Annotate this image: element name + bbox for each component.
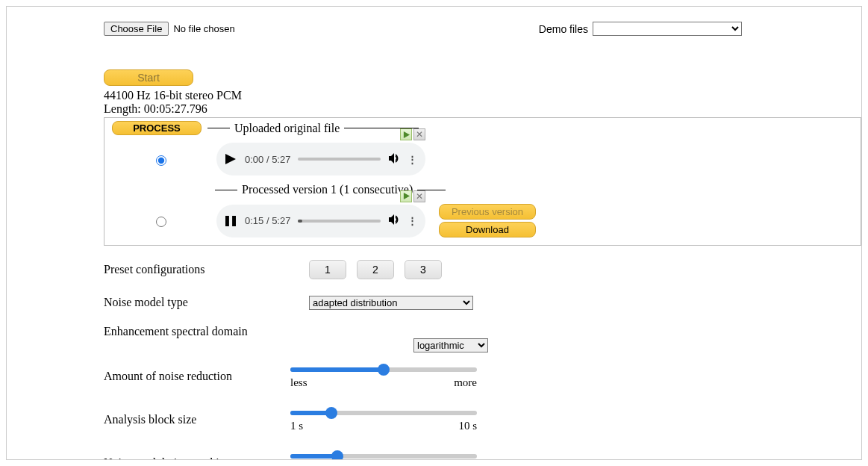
noise-model-row: Noise model type adapted distribution: [104, 286, 861, 319]
legend-processed-row: Processed version 1 (1 consecutive): [112, 183, 853, 196]
download-button[interactable]: Download: [439, 222, 536, 237]
block-size-slider[interactable]: 1 s 10 s: [290, 408, 477, 432]
mini-close-icon[interactable]: ✕: [413, 128, 425, 140]
mini-play-icon[interactable]: [400, 128, 412, 140]
top-bar: Choose File No file chosen Demo files: [7, 22, 861, 36]
svg-marker-6: [389, 214, 394, 225]
noise-reduction-slider[interactable]: less more: [290, 364, 477, 389]
play-icon[interactable]: [224, 154, 237, 164]
preset-row: Preset configurations 1 2 3: [104, 253, 861, 286]
spectral-select[interactable]: logarithmic: [413, 338, 488, 352]
player2-time: 0:15 / 5:27: [245, 215, 290, 226]
nr-left: less: [290, 376, 307, 389]
preset-label: Preset configurations: [104, 263, 309, 276]
bs-left: 1 s: [290, 420, 303, 432]
mini-buttons-original: ✕: [400, 128, 425, 140]
file-chooser: Choose File No file chosen: [104, 22, 235, 36]
noise-model-label: Noise model type: [104, 296, 309, 309]
previous-version-button[interactable]: Previous version: [439, 204, 536, 220]
svg-marker-2: [389, 153, 394, 164]
process-row: PROCESS Uploaded original file: [112, 121, 853, 135]
mini-buttons-processed: ✕: [400, 190, 425, 202]
noise-model-select[interactable]: adapted distribution: [309, 296, 473, 310]
bs-right: 10 s: [458, 420, 477, 432]
legend-original-label: Uploaded original file: [234, 122, 340, 135]
noise-reduction-label: Amount of noise reduction: [104, 370, 290, 383]
audio-row-original: ✕ 0:00 / 5:27 ⋮: [112, 143, 853, 175]
modulation-label: Noise modulation tracking: [104, 456, 290, 460]
preset-buttons: 1 2 3: [309, 260, 442, 279]
volume-icon[interactable]: [388, 214, 400, 228]
legend-processed-label: Processed version 1 (1 consecutive): [242, 183, 413, 196]
audio-player-processed[interactable]: ✕ 0:15 / 5:27 ⋮: [216, 205, 425, 237]
block-size-label: Analysis block size: [104, 413, 290, 426]
spectral-row: Enhancement spectral domain logarithmic: [104, 319, 861, 352]
start-area: Start: [7, 69, 861, 86]
config-area: Preset configurations 1 2 3 Noise model …: [7, 253, 861, 460]
player-menu-icon[interactable]: ⋮: [408, 215, 418, 226]
modulation-row: Noise modulation tracking slow fast: [104, 447, 861, 460]
svg-marker-1: [225, 154, 236, 164]
demo-files-label: Demo files: [539, 23, 588, 35]
nr-right: more: [454, 376, 477, 389]
player1-time: 0:00 / 5:27: [245, 154, 290, 165]
preset-3-button[interactable]: 3: [405, 260, 442, 279]
preset-2-button[interactable]: 2: [357, 260, 394, 279]
svg-rect-4: [225, 216, 229, 226]
modulation-slider[interactable]: slow fast: [290, 451, 477, 461]
start-button[interactable]: Start: [104, 69, 193, 86]
radio-processed[interactable]: [156, 217, 166, 227]
version-buttons: Previous version Download: [439, 204, 536, 237]
audio-row-processed: ✕ 0:15 / 5:27 ⋮ Previous version Downloa…: [112, 204, 853, 237]
pause-icon[interactable]: [224, 216, 237, 226]
svg-marker-3: [403, 193, 409, 199]
file-status: No file chosen: [173, 23, 234, 34]
audio-format: 44100 Hz 16-bit stereo PCM: [7, 89, 861, 102]
audio-player-original[interactable]: ✕ 0:00 / 5:27 ⋮: [216, 143, 425, 175]
audio-length: Length: 00:05:27.796: [7, 102, 861, 116]
spectral-label: Enhancement spectral domain: [104, 325, 309, 338]
block-size-row: Analysis block size 1 s 10 s: [104, 403, 861, 436]
app-container: Choose File No file chosen Demo files St…: [6, 6, 862, 460]
mini-close-icon[interactable]: ✕: [413, 190, 425, 202]
player1-progress[interactable]: [298, 158, 381, 161]
legend-original: Uploaded original file: [207, 122, 419, 135]
noise-reduction-row: Amount of noise reduction less more: [104, 360, 861, 393]
svg-rect-5: [232, 216, 236, 226]
demo-files-group: Demo files: [539, 22, 742, 36]
player-panel: PROCESS Uploaded original file ✕ 0:00 / …: [104, 117, 861, 246]
choose-file-button[interactable]: Choose File: [104, 22, 169, 36]
player2-progress[interactable]: [298, 220, 381, 223]
demo-files-select[interactable]: [593, 22, 742, 36]
volume-icon[interactable]: [388, 152, 400, 167]
process-button[interactable]: PROCESS: [112, 121, 202, 135]
svg-marker-0: [403, 131, 409, 138]
player-menu-icon[interactable]: ⋮: [408, 154, 418, 165]
radio-original[interactable]: [156, 155, 166, 166]
preset-1-button[interactable]: 1: [309, 260, 346, 279]
mini-play-icon[interactable]: [400, 190, 412, 202]
